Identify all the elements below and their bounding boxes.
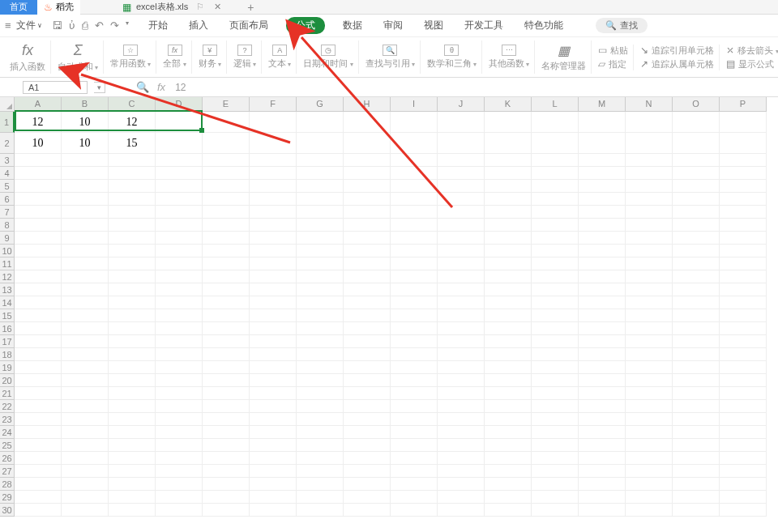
cell-B18[interactable]: [62, 348, 109, 361]
cell-B12[interactable]: [62, 270, 109, 283]
cell-C28[interactable]: [109, 478, 156, 491]
cell-M20[interactable]: [579, 374, 626, 387]
cell-P4[interactable]: [720, 167, 767, 180]
cell-B9[interactable]: [62, 232, 109, 245]
save-icon[interactable]: 🖫: [52, 19, 62, 32]
cell-K27[interactable]: [485, 465, 532, 478]
cell-N21[interactable]: [626, 387, 673, 400]
row-header-3[interactable]: 3: [0, 154, 15, 167]
cell-A7[interactable]: [15, 206, 62, 219]
cell-J3[interactable]: [438, 154, 485, 167]
cell-P10[interactable]: [720, 245, 767, 257]
cell-K14[interactable]: [485, 296, 532, 309]
lookup-button[interactable]: 🔍 查找与引用: [361, 40, 421, 74]
cell-F28[interactable]: [250, 478, 297, 491]
col-header-G[interactable]: G: [297, 97, 344, 112]
cell-L11[interactable]: [532, 257, 579, 270]
cell-I19[interactable]: [391, 361, 438, 374]
cell-L28[interactable]: [532, 478, 579, 491]
cell-B14[interactable]: [62, 296, 109, 309]
cell-J20[interactable]: [438, 374, 485, 387]
select-all-corner[interactable]: [0, 97, 15, 112]
cell-B21[interactable]: [62, 387, 109, 400]
cell-E12[interactable]: [203, 270, 250, 283]
cell-J14[interactable]: [438, 296, 485, 309]
cell-M13[interactable]: [579, 283, 626, 296]
row-header-1[interactable]: 1: [0, 112, 15, 133]
cell-O12[interactable]: [673, 270, 720, 283]
cell-A9[interactable]: [15, 232, 62, 245]
cell-I13[interactable]: [391, 283, 438, 296]
cell-C8[interactable]: [109, 219, 156, 232]
redo-icon[interactable]: ↷: [110, 19, 119, 32]
cell-O19[interactable]: [673, 361, 720, 374]
cell-L18[interactable]: [532, 348, 579, 361]
cell-J11[interactable]: [438, 257, 485, 270]
col-header-I[interactable]: I: [391, 97, 438, 112]
cell-H7[interactable]: [344, 206, 391, 219]
cell-A5[interactable]: [15, 180, 62, 193]
cell-M7[interactable]: [579, 206, 626, 219]
cell-L30[interactable]: [532, 504, 579, 517]
cell-A18[interactable]: [15, 348, 62, 361]
fx-input-icon[interactable]: fx: [157, 81, 165, 93]
cell-J9[interactable]: [438, 232, 485, 245]
cell-L25[interactable]: [532, 439, 579, 452]
cell-C12[interactable]: [109, 270, 156, 283]
remove-arrows-button[interactable]: ⤫ 移去箭头: [726, 45, 778, 57]
cell-K13[interactable]: [485, 283, 532, 296]
trace-dependents-button[interactable]: ↗ 追踪从属单元格: [640, 58, 714, 70]
cell-I1[interactable]: [391, 112, 438, 133]
cell-K1[interactable]: [485, 112, 532, 133]
cell-O25[interactable]: [673, 439, 720, 452]
cell-I17[interactable]: [391, 335, 438, 348]
print-icon[interactable]: ⎙: [82, 19, 88, 32]
cell-O10[interactable]: [673, 245, 720, 257]
cell-K23[interactable]: [485, 413, 532, 426]
cell-F2[interactable]: [250, 133, 297, 154]
cell-K16[interactable]: [485, 322, 532, 335]
cell-O28[interactable]: [673, 478, 720, 491]
cell-P18[interactable]: [720, 348, 767, 361]
cell-G16[interactable]: [297, 322, 344, 335]
cell-G10[interactable]: [297, 245, 344, 257]
cell-H20[interactable]: [344, 374, 391, 387]
col-header-F[interactable]: F: [250, 97, 297, 112]
cell-O21[interactable]: [673, 387, 720, 400]
row-header-29[interactable]: 29: [0, 491, 15, 504]
cell-N14[interactable]: [626, 296, 673, 309]
cell-J27[interactable]: [438, 465, 485, 478]
cell-C4[interactable]: [109, 167, 156, 180]
cell-H14[interactable]: [344, 296, 391, 309]
cell-G30[interactable]: [297, 504, 344, 517]
cell-G20[interactable]: [297, 374, 344, 387]
cell-N26[interactable]: [626, 452, 673, 465]
cell-L13[interactable]: [532, 283, 579, 296]
cell-A2[interactable]: 10: [15, 133, 62, 154]
cell-D2[interactable]: [156, 133, 203, 154]
col-header-C[interactable]: C: [109, 97, 156, 112]
cell-C13[interactable]: [109, 283, 156, 296]
cell-K12[interactable]: [485, 270, 532, 283]
cell-D8[interactable]: [156, 219, 203, 232]
cell-P27[interactable]: [720, 465, 767, 478]
cell-B20[interactable]: [62, 374, 109, 387]
insert-function-button[interactable]: fx 插入函数: [5, 40, 51, 74]
cell-I12[interactable]: [391, 270, 438, 283]
cell-E4[interactable]: [203, 167, 250, 180]
row-header-16[interactable]: 16: [0, 322, 15, 335]
cell-M18[interactable]: [579, 348, 626, 361]
cell-A19[interactable]: [15, 361, 62, 374]
cell-B24[interactable]: [62, 426, 109, 439]
cell-F14[interactable]: [250, 296, 297, 309]
cell-D21[interactable]: [156, 387, 203, 400]
cell-L7[interactable]: [532, 206, 579, 219]
cell-H9[interactable]: [344, 232, 391, 245]
cell-D15[interactable]: [156, 309, 203, 322]
cell-K22[interactable]: [485, 400, 532, 413]
cell-E24[interactable]: [203, 426, 250, 439]
cell-A17[interactable]: [15, 335, 62, 348]
assign-button[interactable]: ▱ 指定: [598, 58, 628, 70]
cell-O16[interactable]: [673, 322, 720, 335]
cell-D20[interactable]: [156, 374, 203, 387]
